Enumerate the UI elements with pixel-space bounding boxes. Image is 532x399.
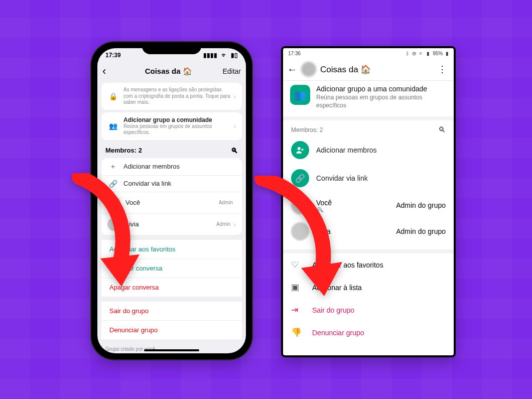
battery-text: 95% — [433, 51, 443, 56]
community-icon: 👥 — [107, 122, 118, 130]
ios-home-indicator — [144, 349, 199, 351]
members-section-header: Membros: 2 🔍︎ — [97, 143, 246, 156]
ios-navbar: ‹ Coisas da 🏠 Editar — [97, 62, 246, 80]
android-clock: 17:36 — [288, 51, 301, 56]
back-chevron-icon[interactable]: ‹ — [102, 65, 114, 78]
report-group-row[interactable]: 👎 Denunciar grupo — [283, 321, 454, 344]
svg-point-0 — [298, 147, 301, 150]
add-members-label: Adicionar membros — [123, 163, 236, 170]
community-icon: 👥 — [290, 85, 310, 105]
admin-role: Admin — [219, 200, 233, 205]
thumbs-down-icon: 👎 — [291, 327, 304, 338]
signal-icon: ▮▮▮▮ — [203, 52, 217, 59]
community-title: Adicionar grupo a uma comunidade — [316, 85, 447, 93]
battery-icon: ▮▯ — [231, 52, 238, 59]
community-title: Adicionar grupo a comunidade — [123, 116, 233, 123]
android-status-icons: ᛒ ⊖ ᯤ ▮ 95% ▮ — [405, 51, 449, 56]
bluetooth-icon: ᛒ — [406, 51, 409, 56]
admin-badge: Admin do grupo — [396, 201, 446, 209]
section-gap — [283, 116, 454, 120]
leave-group-label: Sair do grupo — [312, 306, 354, 314]
group-created-footer: Grupo criado por você. Criado em 16 de j… — [97, 342, 246, 354]
leave-group-link[interactable]: Sair do grupo — [101, 302, 242, 321]
report-group-link[interactable]: Denunciar grupo — [101, 321, 242, 339]
back-arrow-icon[interactable]: ← — [287, 64, 297, 75]
chevron-right-icon: › — [233, 220, 236, 228]
plus-icon: ＋ — [107, 162, 118, 171]
add-members-row[interactable]: Adicionar membros — [283, 136, 454, 164]
community-sub: Reúna pessoas em grupos de assuntos espe… — [123, 123, 233, 136]
community-sub: Reúna pessoas em grupos de assuntos espe… — [316, 94, 447, 109]
members-count: Membros: 2 — [105, 147, 142, 154]
chevron-right-icon: › — [233, 92, 236, 100]
search-icon[interactable]: 🔍︎ — [231, 147, 238, 155]
chevron-right-icon: › — [233, 122, 236, 130]
ios-page-title: Coisas da 🏠 — [145, 67, 192, 76]
footer-line2: Criado em 16 de jan. de 2021. — [105, 353, 238, 354]
group-avatar[interactable] — [301, 62, 316, 77]
wifi-icon: ᯤ — [221, 52, 227, 59]
community-card[interactable]: 👥 Adicionar grupo a comunidade Reúna pes… — [101, 112, 242, 140]
exit-icon: ⇥ — [291, 305, 304, 315]
search-icon[interactable]: 🔍︎ — [438, 125, 446, 134]
wifi-icon: ᯤ — [419, 51, 424, 56]
add-members-label: Adicionar membros — [316, 146, 446, 154]
edit-button[interactable]: Editar — [222, 67, 241, 75]
battery-icon: ▮ — [446, 51, 449, 56]
iphone-notch — [142, 42, 201, 54]
members-count: Membros: 2 — [291, 126, 323, 134]
members-section-header: Membros: 2 🔍︎ — [283, 120, 454, 136]
dnd-icon: ⊖ — [412, 51, 416, 56]
encryption-line1: As mensagens e as ligações são protegida… — [123, 87, 233, 93]
encryption-line2: com a criptografia de ponta a ponta. Toq… — [123, 93, 233, 106]
admin-badge: Admin do grupo — [396, 227, 446, 235]
ios-clock: 17:39 — [105, 52, 121, 59]
android-page-title: Coisas da 🏠 — [320, 64, 431, 75]
admin-role: Admin — [216, 221, 230, 227]
ios-status-icons: ▮▮▮▮ ᯤ ▮▯ — [201, 52, 238, 59]
signal-icon: ▮ — [427, 51, 430, 56]
add-person-icon — [291, 141, 309, 159]
report-group-label: Denunciar grupo — [312, 329, 364, 337]
encryption-card[interactable]: 🔒 As mensagens e as ligações são protegi… — [101, 83, 242, 110]
highlight-arrow-ios — [65, 173, 151, 299]
highlight-arrow-android — [251, 176, 346, 306]
android-navbar: ← Coisas da 🏠 ⋮ — [283, 58, 454, 80]
lock-icon: 🔒 — [107, 92, 118, 100]
actions-card-2: Sair do grupo Denunciar grupo — [101, 302, 242, 339]
android-status-bar: 17:36 ᛒ ⊖ ᯤ ▮ 95% ▮ — [283, 48, 454, 58]
overflow-menu-icon[interactable]: ⋮ — [435, 64, 450, 75]
community-block[interactable]: 👥 Adicionar grupo a uma comunidade Reúna… — [283, 81, 454, 116]
